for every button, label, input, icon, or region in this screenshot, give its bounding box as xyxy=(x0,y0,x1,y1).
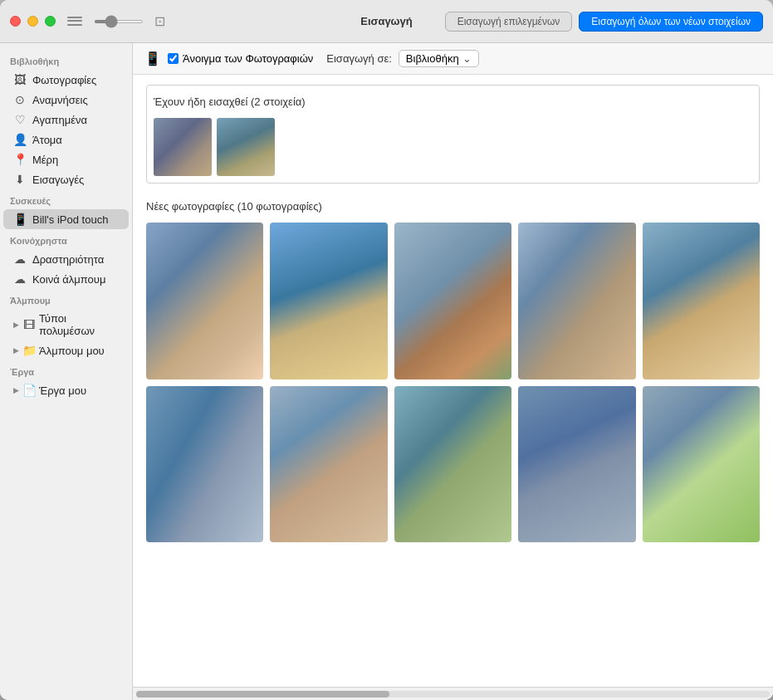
sidebar-item-my-albums-label: Άλμπουμ μου xyxy=(39,345,105,357)
already-imported-photo-2-img xyxy=(217,118,275,176)
new-photo-1[interactable] xyxy=(146,223,263,379)
memories-icon: ⊙ xyxy=(13,93,27,106)
sidebar-item-favorites[interactable]: ♡ Αγαπημένα xyxy=(3,110,129,130)
import-destination-value: Βιβλιοθήκη xyxy=(406,52,459,65)
shared-albums-icon: ☁ xyxy=(13,272,27,286)
import-destination-dropdown[interactable]: Βιβλιοθήκη ⌄ xyxy=(399,50,479,67)
my-projects-icon: 📄 xyxy=(22,384,36,397)
fullscreen-button[interactable]: ⊡ xyxy=(152,16,167,27)
sidebar-item-bills-ipod[interactable]: 📱 Bill's iPod touch xyxy=(3,209,129,229)
sidebar-item-people[interactable]: 👤 Άτομα xyxy=(3,130,129,149)
ipod-icon: 📱 xyxy=(13,213,27,226)
favorites-icon: ♡ xyxy=(13,113,27,126)
sidebar-item-places-label: Μέρη xyxy=(32,154,58,166)
new-photo-6[interactable] xyxy=(146,386,263,543)
library-section-label: Βιβλιοθήκη xyxy=(0,50,132,70)
already-imported-photo-1-img xyxy=(154,118,212,176)
sidebar-item-photos[interactable]: 🖼 Φωτογραφίες xyxy=(3,70,129,90)
import-selected-button[interactable]: Εισαγωγή επιλεγμένων xyxy=(445,12,573,32)
content-area: 📱 Άνοιγμα των Φωτογραφιών Εισαγωγή σε: Β… xyxy=(133,43,773,700)
import-to-label: Εισαγωγή σε: xyxy=(326,52,392,65)
titlebar-controls: ⊡ xyxy=(64,16,167,27)
my-projects-disclosure-arrow: ▶ xyxy=(13,386,19,394)
imports-icon: ⬇ xyxy=(13,173,27,186)
minimize-button[interactable] xyxy=(27,16,38,27)
my-albums-icon: 📁 xyxy=(22,344,36,357)
sidebar-item-media-types-label: Τύποι πολυμέσων xyxy=(39,312,119,337)
chevron-down-icon: ⌄ xyxy=(462,52,472,65)
scrollbar-thumb[interactable] xyxy=(136,691,389,698)
new-photo-10[interactable] xyxy=(643,386,760,543)
new-photo-8[interactable] xyxy=(394,386,511,543)
import-all-button[interactable]: Εισαγωγή όλων των νέων στοιχείων xyxy=(579,12,763,32)
new-photo-7[interactable] xyxy=(270,386,387,543)
titlebar: ⊡ Εισαγωγή Εισαγωγή επιλεγμένων Εισαγωγή… xyxy=(0,0,773,43)
already-imported-photo-1[interactable] xyxy=(154,118,212,176)
maximize-button[interactable] xyxy=(45,16,56,27)
photos-icon: 🖼 xyxy=(13,73,27,86)
titlebar-actions: Εισαγωγή επιλεγμένων Εισαγωγή όλων των ν… xyxy=(445,12,763,32)
devices-section-label: Συσκευές xyxy=(0,189,132,209)
albums-section-label: Άλμπουμ xyxy=(0,289,132,309)
new-photos-grid xyxy=(146,223,760,542)
sidebar: Βιβλιοθήκη 🖼 Φωτογραφίες ⊙ Αναμνήσεις ♡ … xyxy=(0,43,133,700)
device-icon-toolbar: 📱 xyxy=(144,51,161,66)
sidebar-item-activity[interactable]: ☁ Δραστηριότητα xyxy=(3,249,129,269)
sidebar-item-places[interactable]: 📍 Μέρη xyxy=(3,149,129,169)
sidebar-item-media-types[interactable]: ▶ 🎞 Τύποι πολυμέσων xyxy=(3,309,129,340)
sidebar-item-shared-albums-label: Κοινά άλμπουμ xyxy=(32,273,105,286)
sidebar-item-photos-label: Φωτογραφίες xyxy=(32,74,96,86)
my-albums-disclosure-arrow: ▶ xyxy=(13,346,19,355)
slider-container xyxy=(94,20,144,23)
new-photo-5[interactable] xyxy=(643,223,760,379)
media-types-disclosure-arrow: ▶ xyxy=(13,321,19,329)
already-imported-photo-2[interactable] xyxy=(217,118,275,176)
zoom-slider[interactable] xyxy=(94,20,144,23)
sidebar-item-my-projects-label: Έργα μου xyxy=(39,384,86,397)
photos-grid-area: Έχουν ήδη εισαχθεί (2 στοιχεία) Νέες φωτ… xyxy=(133,75,773,687)
places-icon: 📍 xyxy=(13,153,27,166)
open-photos-checkbox[interactable] xyxy=(168,53,179,64)
already-imported-header: Έχουν ήδη εισαχθεί (2 στοιχεία) xyxy=(154,92,752,111)
window-title: Εισαγωγή xyxy=(360,15,413,27)
sidebar-item-memories-label: Αναμνήσεις xyxy=(32,94,88,106)
scrollbar-track xyxy=(136,691,770,698)
sidebar-item-bills-ipod-label: Bill's iPod touch xyxy=(32,213,108,226)
traffic-lights xyxy=(10,16,56,27)
new-photo-9[interactable] xyxy=(518,386,635,543)
sidebar-item-shared-albums[interactable]: ☁ Κοινά άλμπουμ xyxy=(3,269,129,289)
activity-icon: ☁ xyxy=(13,252,27,266)
new-photo-4[interactable] xyxy=(518,223,635,379)
sidebar-item-my-albums[interactable]: ▶ 📁 Άλμπουμ μου xyxy=(3,340,129,360)
sidebar-item-my-projects[interactable]: ▶ 📄 Έργα μου xyxy=(3,380,129,400)
open-photos-checkbox-container: Άνοιγμα των Φωτογραφιών xyxy=(168,52,313,65)
sidebar-item-people-label: Άτομα xyxy=(32,134,62,146)
media-types-icon: 🎞 xyxy=(22,318,36,331)
shared-section-label: Κοινόχρηστα xyxy=(0,229,132,249)
sidebar-item-imports[interactable]: ⬇ Εισαγωγές xyxy=(3,169,129,189)
sidebar-toggle-button[interactable] xyxy=(67,16,82,27)
already-imported-grid xyxy=(154,118,752,176)
close-button[interactable] xyxy=(10,16,21,27)
import-toolbar: 📱 Άνοιγμα των Φωτογραφιών Εισαγωγή σε: Β… xyxy=(133,43,773,75)
new-photo-2[interactable] xyxy=(270,223,387,379)
main-window: ⊡ Εισαγωγή Εισαγωγή επιλεγμένων Εισαγωγή… xyxy=(0,0,773,700)
sidebar-item-activity-label: Δραστηριότητα xyxy=(32,253,104,266)
people-icon: 👤 xyxy=(13,133,27,146)
main-layout: Βιβλιοθήκη 🖼 Φωτογραφίες ⊙ Αναμνήσεις ♡ … xyxy=(0,43,773,700)
new-photo-3[interactable] xyxy=(394,223,511,379)
already-imported-section: Έχουν ήδη εισαχθεί (2 στοιχεία) xyxy=(146,85,760,184)
sidebar-item-imports-label: Εισαγωγές xyxy=(32,174,84,186)
projects-section-label: Έργα xyxy=(0,360,132,380)
sidebar-item-memories[interactable]: ⊙ Αναμνήσεις xyxy=(3,90,129,110)
new-photos-header: Νέες φωτογραφίες (10 φωτογραφίες) xyxy=(146,197,760,216)
scrollbar-area xyxy=(133,687,773,700)
open-photos-label: Άνοιγμα των Φωτογραφιών xyxy=(183,52,313,65)
sidebar-item-favorites-label: Αγαπημένα xyxy=(32,114,87,126)
